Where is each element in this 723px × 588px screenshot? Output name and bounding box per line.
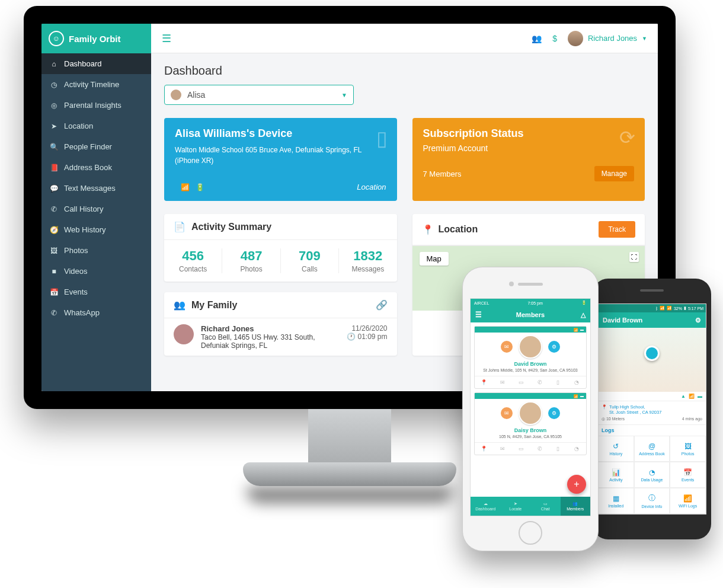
stat-contacts[interactable]: 456Contacts xyxy=(164,248,222,273)
member-card[interactable]: 📶▬✉⚙David BrownSt Johns Middle, 105 N, #… xyxy=(474,326,587,389)
mail-icon[interactable]: ✉ xyxy=(501,407,513,419)
activity-stats: 456Contacts487Photos709Calls1832Messages xyxy=(164,240,397,282)
mail-icon[interactable]: ✉ xyxy=(501,341,513,353)
iphone-camera xyxy=(509,282,514,286)
text-messages-icon: 💬 xyxy=(50,184,58,193)
device-card[interactable]: ▯ Alisa Williams's Device Walton Middle … xyxy=(164,118,397,201)
tab-members[interactable]: 👥Members xyxy=(561,497,591,516)
chart-icon[interactable]: ◔ xyxy=(568,443,586,455)
android-mockup: ᛒ 📶 📶 32% ▮ 5:17 PM David Brown ⚙ ▲ 📶 ▬ … xyxy=(593,279,711,539)
sidebar-item-photos[interactable]: 🖼Photos xyxy=(41,240,151,261)
grid-wifi-logs[interactable]: 📶WiFi Logs xyxy=(670,488,706,514)
photos-icon: 🖼 xyxy=(684,442,692,450)
fullscreen-icon[interactable]: ⛶ xyxy=(629,252,639,262)
sidebar-item-dashboard[interactable]: ⌂Dashboard xyxy=(41,53,151,74)
loc-ago: 4 mins ago xyxy=(682,417,702,421)
child-avatar xyxy=(171,90,181,100)
grid-photos[interactable]: 🖼Photos xyxy=(670,436,706,462)
group-icon[interactable]: 👥 xyxy=(532,34,542,43)
grid-events[interactable]: 📅Events xyxy=(670,462,706,488)
installed-icon: ▦ xyxy=(613,494,619,503)
family-row[interactable]: Richard JonesTaco Bell, 1465 US Hwy. 331… xyxy=(164,318,397,356)
my-family-card: 👥 My Family 🔗 Richard JonesTaco Bell, 14… xyxy=(164,292,397,356)
child-selector[interactable]: Alisa ▼ xyxy=(164,85,354,105)
sidebar-item-activity-timeline[interactable]: ◷Activity Timeline xyxy=(41,74,151,95)
subscription-title: Subscription Status xyxy=(423,127,635,140)
chart-icon[interactable]: ◔ xyxy=(568,376,586,388)
tab-dashboard[interactable]: ☁Dashboard xyxy=(471,497,501,516)
id-icon[interactable]: ▭ xyxy=(512,443,530,455)
gear-icon[interactable]: ⚙ xyxy=(548,407,560,419)
mail-icon[interactable]: ✉ xyxy=(493,376,511,388)
member-address: St Johns Middle, 105 N, #429, San Jose, … xyxy=(483,368,578,372)
events-icon: 📅 xyxy=(50,288,58,296)
iphone-home-button[interactable] xyxy=(519,521,542,545)
grid-history[interactable]: ↺History xyxy=(598,436,634,462)
stat-number: 456 xyxy=(164,248,222,264)
hamburger-icon[interactable]: ☰ xyxy=(162,32,171,45)
grid-device-info[interactable]: ⓘDevice Info xyxy=(634,488,670,514)
sidebar-item-call-history[interactable]: ✆Call History xyxy=(41,199,151,219)
stat-number: 709 xyxy=(281,248,338,264)
grid-installed[interactable]: ▦Installed xyxy=(598,488,634,514)
brand[interactable]: ☺ Family Orbit xyxy=(41,24,151,53)
sidebar-item-events[interactable]: 📅Events xyxy=(41,282,151,302)
member-address: 105 N, #429, San Jose, CA 95105 xyxy=(499,434,562,439)
add-member-fab[interactable]: + xyxy=(567,475,586,494)
manage-button[interactable]: Manage xyxy=(594,166,634,181)
member-time: 🕐 01:09 pm xyxy=(347,333,387,341)
stat-number: 487 xyxy=(222,248,280,264)
map-toggle[interactable]: Map xyxy=(420,252,449,266)
pin-icon[interactable]: 📍 xyxy=(475,376,493,388)
sidebar-item-people-finder[interactable]: 🔍People Finder xyxy=(41,136,151,157)
stat-messages[interactable]: 1832Messages xyxy=(339,248,396,273)
sidebar-item-location[interactable]: ➤Location xyxy=(41,116,151,136)
member-avatar xyxy=(519,401,542,425)
dollar-icon[interactable]: $ xyxy=(552,34,557,43)
gear-icon[interactable]: ⚙ xyxy=(695,317,701,324)
stat-label: Calls xyxy=(281,265,338,273)
hamburger-icon[interactable]: ☰ xyxy=(475,311,482,319)
android-icon: ▲ xyxy=(681,394,686,399)
iphone-status-bar: AIRCEL 7:05 pm 🔋 xyxy=(471,299,590,307)
stat-photos[interactable]: 487Photos xyxy=(222,248,280,273)
track-button[interactable]: Track xyxy=(599,221,635,238)
whatsapp-icon: ✆ xyxy=(50,309,58,317)
sidebar-item-videos[interactable]: ■Videos xyxy=(41,261,151,282)
grid-address-book[interactable]: @Address Book xyxy=(634,436,670,462)
battery-icon: ▬ xyxy=(698,394,702,399)
sidebar-item-parental-insights[interactable]: ◎Parental Insights xyxy=(41,95,151,116)
web-history-icon: 🧭 xyxy=(50,226,58,234)
device-info-icon: ⓘ xyxy=(648,493,655,503)
sidebar: ☺ Family Orbit ⌂Dashboard◷Activity Timel… xyxy=(41,24,151,391)
bt-icon: ᛒ xyxy=(655,306,658,311)
id-icon[interactable]: ▭ xyxy=(512,376,530,388)
sidebar-item-web-history[interactable]: 🧭Web History xyxy=(41,219,151,240)
sidebar-item-text-messages[interactable]: 💬Text Messages xyxy=(41,178,151,199)
loc-distance: 10 Meters xyxy=(606,417,625,421)
grid-activity[interactable]: 📊Activity xyxy=(598,462,634,488)
member-name: David Brown xyxy=(514,361,546,367)
link-icon[interactable]: 🔗 xyxy=(376,299,388,311)
member-card[interactable]: 📶▬✉⚙Daisy Brown105 N, #429, San Jose, CA… xyxy=(474,392,587,455)
logs-title: Logs xyxy=(598,424,706,436)
phone-icon[interactable]: ✆ xyxy=(530,443,549,455)
sidebar-item-address-book[interactable]: 📕Address Book xyxy=(41,157,151,178)
user-avatar xyxy=(568,31,583,46)
device-icon[interactable]: ▯ xyxy=(549,443,567,455)
phone-icon[interactable]: ✆ xyxy=(530,376,549,388)
sidebar-item-whatsapp[interactable]: ✆WhatsApp xyxy=(41,302,151,323)
monitor-stand-neck xyxy=(308,409,391,468)
member-action-row: 📍✉▭✆▯◔ xyxy=(475,376,586,388)
device-icon[interactable]: ▯ xyxy=(549,376,567,388)
grid-data-usage[interactable]: ◔Data Usage xyxy=(634,462,670,488)
gear-icon[interactable]: ⚙ xyxy=(548,341,560,353)
tab-locate[interactable]: ➤Locate xyxy=(501,497,531,516)
stat-calls[interactable]: 709Calls xyxy=(281,248,339,273)
user-menu[interactable]: Richard Jones ▼ xyxy=(568,31,647,46)
pin-icon[interactable]: 📍 xyxy=(475,443,493,455)
tab-chat[interactable]: ▭Chat xyxy=(530,497,561,516)
mail-icon[interactable]: ✉ xyxy=(493,443,511,455)
android-map[interactable] xyxy=(598,328,706,392)
warning-icon[interactable]: △ xyxy=(581,311,586,319)
